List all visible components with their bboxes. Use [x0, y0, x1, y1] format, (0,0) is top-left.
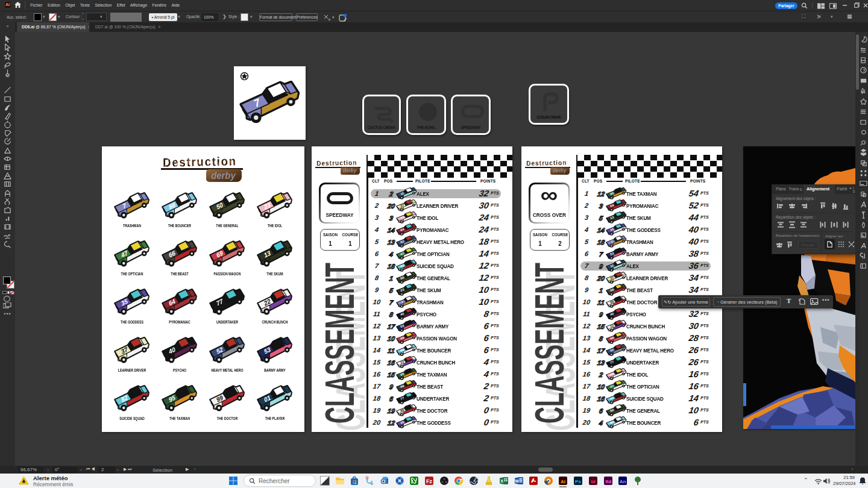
svg-text:Ai: Ai	[561, 479, 565, 484]
svg-text:Xd: Xd	[605, 479, 611, 484]
svg-text:Id: Id	[591, 479, 595, 484]
svg-text:X: X	[500, 479, 503, 483]
svg-text:Ps: Ps	[575, 479, 581, 484]
svg-text:Fz: Fz	[426, 478, 432, 484]
svg-text:An: An	[620, 479, 626, 484]
svg-text:W: W	[515, 479, 519, 483]
svg-text:O: O	[382, 478, 386, 484]
